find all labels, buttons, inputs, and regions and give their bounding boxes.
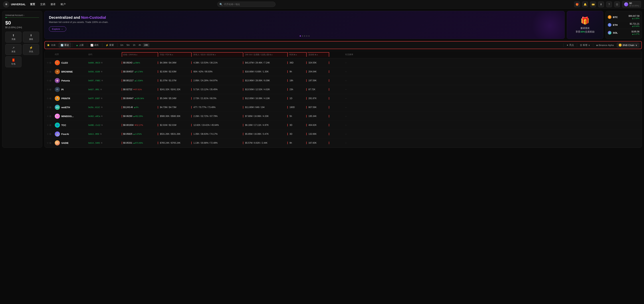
invite-banner[interactable]: 🎁 邀请朋友 享受30%交易奖励 [567,11,603,39]
flash-button[interactable]: ⚡ 闪兑 [23,44,39,55]
explore-button[interactable]: Explore → [49,26,66,32]
contract-link-3[interactable]: 0x927...0f91 [88,88,99,90]
dot-1[interactable] [300,35,301,36]
liq-sort-icon[interactable]: ⇅ [315,54,316,56]
filter-new[interactable]: ▲ 上新 [74,43,86,47]
th-vol[interactable]: 24h Vol / 交易数 / 交易人数 ⇅ ≡ [244,52,288,57]
price-sort-icon[interactable]: ⇅ [134,54,136,56]
copy-icon-2[interactable]: ⧉ [102,79,103,82]
contract-link-1[interactable]: 0x556...6108 [88,70,100,73]
search-input[interactable] [217,2,276,7]
nav-invite[interactable]: 邀请 [50,3,56,6]
gift-button[interactable]: 🎁 [574,1,580,7]
time-1h[interactable]: 1h [132,43,137,47]
sol-row[interactable]: ◎ SOL $195.56 ▲1.27% [608,29,640,36]
copy-icon-0[interactable]: ⧉ [101,62,102,64]
contract-link-7[interactable]: 0x08E...Cc12 [88,124,100,126]
th-contract[interactable]: 合约 [88,53,121,56]
dot-5[interactable] [308,35,310,36]
help-button[interactable]: ? [606,1,612,7]
table-row[interactable]: ☆ ⊡ WS wstETH 0x26c...611C ⧉ $3,243.46 ▲… [44,103,642,112]
contract-link-8[interactable]: 0x8c3...9f59 [88,133,99,135]
row-star-1[interactable]: ☆ ⊡ [47,70,54,73]
th-liquidity[interactable]: 流动性 ⇅ ≡ [307,52,329,57]
table-row[interactable]: ☆ ⊡ 🖨️ PRINTR 0x87F...E887 ⧉ $0.004947 ▲… [44,94,642,103]
spotlight-button[interactable]: ✦ 亮点 [565,43,576,47]
copy-icon-6[interactable]: ⧉ [101,115,102,117]
wallet-button[interactable]: 💳 [590,1,596,7]
liq-filter-icon[interactable]: ≡ [317,54,318,56]
favorites-star-icon[interactable]: ⭐ [47,44,50,46]
table-row[interactable]: ☆ ⊡ 🔵 TCC 0x08E...Cc12 ⧉ $0.001934 ▼52.1… [44,121,642,130]
chain-selector[interactable]: BNB Chain ∨ [617,43,639,47]
bell-button[interactable]: 🔔 [582,1,588,7]
dot-4[interactable] [306,35,307,36]
price-filter-icon[interactable]: ≡ [136,54,137,56]
frame-button[interactable]: ⊡ [614,1,620,7]
btc-row[interactable]: ₿ BTC $96,647.58 ▲1.93% [608,13,640,21]
holders-sort-icon[interactable]: ⇅ [213,54,214,56]
copy-icon-4[interactable]: ⧉ [101,97,102,99]
time-sort-icon[interactable]: ⇅ [294,54,295,56]
row-star-4[interactable]: ☆ ⊡ [47,97,54,100]
nav-account[interactable]: 账户 [60,3,66,6]
mcap-sort-icon[interactable]: ⇅ [170,54,172,56]
table-row[interactable]: ☆ ⊡ 🐶 MINIDOG... 0x362...e8Ca ⧉ $0.06290… [44,112,642,121]
dot-2[interactable] [302,35,303,36]
copy-icon-8[interactable]: ⧉ [100,133,102,135]
copy-icon-1[interactable]: ⧉ [101,70,102,73]
dot-3[interactable] [304,35,305,36]
time-filter-icon[interactable]: ≡ [296,54,297,56]
filter-growth[interactable]: 📈 成长 [88,43,101,47]
row-star-3[interactable]: ☆ ⊡ [47,88,54,91]
logo-area[interactable]: ✳ UNIVERSAL [3,1,26,8]
row-star-0[interactable]: ☆ ⊡ [47,61,54,64]
row-star-6[interactable]: ☆ ⊡ [47,115,54,117]
th-time[interactable]: 时间 ⇅ ≡ [288,52,306,57]
copy-icon-5[interactable]: ⧉ [101,106,102,108]
redpacket-button[interactable]: 🧧 红包 [5,56,22,67]
filter-zhida[interactable]: 🔄 置达 [58,42,71,48]
contract-link-5[interactable]: 0x26c...611C [88,106,100,108]
account-label[interactable]: Universal Account › [5,14,39,16]
time-4h[interactable]: 4h [137,43,142,47]
row-star-2[interactable]: ☆ ⊡ [47,79,54,82]
table-row[interactable]: ☆ ⊡ 🍪 BROWNIE 0x556...6108 ⧉ $0.004537 ▲… [44,67,642,76]
contract-link-2[interactable]: 0x697...F9BC [88,79,100,82]
recharge-button[interactable]: ⬆ 充值 [5,32,22,42]
table-row[interactable]: ☆ ⊡ 🦁 CLEO 0x808...95C0 ⧉ $0.09243 ▲39k%… [44,58,642,67]
holders-filter-icon[interactable]: ≡ [214,54,216,56]
copy-icon-9[interactable]: ⧉ [101,142,102,144]
contract-link-9[interactable]: 0x614...5405 [88,142,100,144]
download-button[interactable]: ⬇ [598,1,604,7]
th-price[interactable]: 价格 / 24h% ⇅ ≡ [122,52,158,57]
time-1m[interactable]: 1m [119,43,125,47]
th-holders[interactable]: 持有人 / 前10 / 前100 ⇅ ≡ [192,52,243,57]
time-24h[interactable]: 24h [143,43,150,47]
favorites-label[interactable]: 收藏 [51,44,56,47]
vol-sort-icon[interactable]: ⇅ [270,54,271,56]
filter-dense[interactable]: ⚡ 紧紧 [104,43,116,47]
table-row[interactable]: ☆ ⊡ 🌸 Petunia 0x697...F9BC ⧉ $0.001217 ▲… [44,76,642,85]
account-button[interactable]: $0 $0 (0.00%) [622,1,641,8]
nav-home[interactable]: 首页 [30,3,35,6]
copy-icon-7[interactable]: ⧉ [101,124,103,126]
row-star-7[interactable]: ☆ ⊡ [47,124,54,126]
row-star-5[interactable]: ☆ ⊡ [47,106,54,109]
copy-icon-3[interactable]: ⧉ [100,88,102,90]
table-row[interactable]: ☆ ⊡ 🤖 FourAi 0x8c3...9f59 ⧉ $0.05825 ▲1.… [44,130,642,139]
row-star-8[interactable]: ☆ ⊡ [47,133,54,135]
send-button[interactable]: ↗ 发送 [5,44,22,55]
th-marketcap[interactable]: 市值 / FDV ⇅ ≡ [159,52,192,57]
row-star-9[interactable]: ☆ ⊡ [47,142,54,144]
mcap-filter-icon[interactable]: ≡ [172,54,173,56]
table-row[interactable]: ☆ ⊡ SA SADIE 0x614...5405 ⧉ $0.05331 ▲87… [44,139,642,147]
vol-filter-icon[interactable]: ≡ [271,54,272,56]
nav-trade[interactable]: 交易 [40,3,45,6]
contract-link-0[interactable]: 0x808...95C0 [88,62,100,64]
contract-link-6[interactable]: 0x362...e8Ca [88,115,100,117]
time-5m[interactable]: 5m [125,43,131,47]
receive-button[interactable]: ⬇ 接收 [23,32,39,42]
binance-alpha-button[interactable]: ◈ Binance Alpha [595,43,615,47]
table-row[interactable]: ☆ ⊡ PI PI 0x927...0f91 ⧉ $0.02722 ▼97.61… [44,85,642,94]
